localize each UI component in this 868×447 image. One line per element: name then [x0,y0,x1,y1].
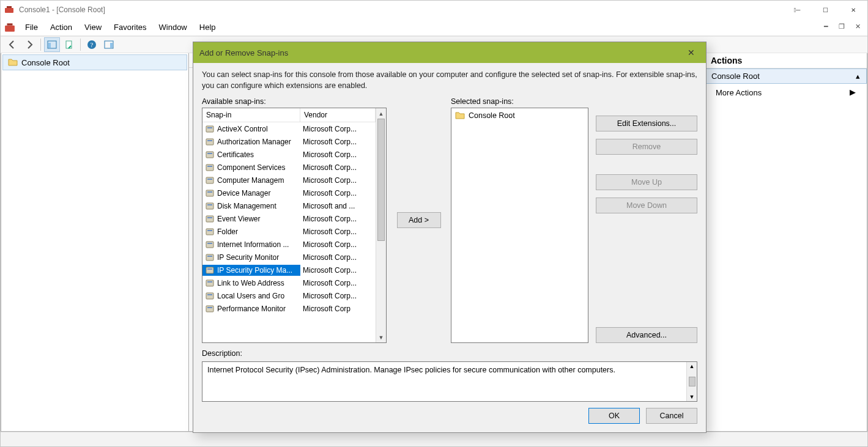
export-list-button[interactable] [61,37,77,52]
snapin-vendor: Microsoft and ... [300,201,376,211]
snapin-vendor: Microsoft Corp... [300,240,376,249]
scroll-thumb[interactable] [377,119,385,241]
snapin-name: IP Security Monitor [217,253,279,262]
available-snapin-row[interactable]: Link to Web AddressMicrosoft Corp... [202,276,376,289]
actions-section-header[interactable]: Console Root ▴ [705,68,867,84]
actions-more-link[interactable]: More Actions ▶ [705,84,867,101]
app-icon [4,5,14,15]
actions-section-label: Console Root [711,72,760,81]
available-snapin-row[interactable]: Computer ManagemMicrosoft Corp... [202,174,376,187]
window-title: Console1 - [Console Root] [19,6,783,14]
available-snapin-row[interactable]: IP Security Policy Ma...Microsoft Corp..… [202,264,376,276]
snapin-icon [205,137,215,147]
svg-rect-12 [207,127,212,128]
col-vendor-header[interactable]: Vendor [300,108,376,122]
mdi-minimize-button[interactable]: ━ [820,20,832,32]
svg-rect-34 [207,268,212,270]
maximize-button[interactable]: ☐ [811,1,839,19]
toolbox-icon [4,22,15,33]
snapin-vendor: Microsoft Corp... [300,265,376,275]
remove-button[interactable]: Remove [596,139,697,155]
scroll-down-icon[interactable]: ▼ [376,332,386,342]
svg-rect-39 [206,306,213,312]
tree-root-label: Console Root [21,58,70,67]
menubar: File Action View Favorites Window Help ━… [1,19,867,36]
close-button[interactable]: ✕ [839,1,867,19]
snapin-icon [205,201,215,211]
menu-help[interactable]: Help [193,20,222,34]
svg-rect-38 [207,294,212,295]
svg-rect-1 [7,6,12,8]
svg-rect-15 [206,152,213,158]
snapin-icon [205,150,215,160]
available-snapin-row[interactable]: CertificatesMicrosoft Corp... [202,148,376,161]
svg-rect-32 [207,256,212,257]
available-snapin-row[interactable]: Performance MonitorMicrosoft Corp [202,302,376,315]
available-snapin-row[interactable]: Event ViewerMicrosoft Corp... [202,212,376,225]
available-snapin-row[interactable]: Local Users and GroMicrosoft Corp... [202,289,376,302]
list-scrollbar[interactable]: ▲ ▼ [376,108,386,342]
add-remove-snapins-dialog: Add or Remove Snap-ins ✕ You can select … [193,42,707,433]
description-scrollbar[interactable]: ▲ ▼ [686,362,697,401]
minimize-button[interactable]: ─ [783,1,811,19]
menu-action[interactable]: Action [44,20,78,34]
nav-forward-button[interactable] [21,37,37,52]
snapin-icon [205,124,215,134]
svg-rect-25 [206,216,213,222]
snapin-icon [205,278,215,288]
nav-back-button[interactable] [4,37,20,52]
ok-button[interactable]: OK [588,408,640,424]
actions-panel: Actions Console Root ▴ More Actions ▶ [705,53,867,432]
svg-rect-24 [207,204,212,205]
svg-rect-23 [206,203,213,209]
edit-extensions-button[interactable]: Edit Extensions... [596,116,697,131]
cancel-button[interactable]: Cancel [646,408,697,424]
scroll-down-icon[interactable]: ▼ [689,394,695,400]
available-snapin-row[interactable]: Device ManagerMicrosoft Corp... [202,187,376,199]
scroll-thumb[interactable] [689,377,696,386]
available-label: Available snap-ins: [202,97,387,106]
scroll-up-icon[interactable]: ▲ [689,363,695,369]
move-down-button[interactable]: Move Down [596,198,697,213]
tree-root-item[interactable]: Console Root [2,54,187,70]
snapin-name: Folder [217,227,238,236]
selected-label: Selected snap-ins: [451,97,588,106]
snapin-vendor: Microsoft Corp... [300,188,376,198]
dialog-close-button[interactable]: ✕ [683,44,700,61]
menu-view[interactable]: View [78,20,108,34]
menu-window[interactable]: Window [153,20,193,34]
available-snapin-row[interactable]: Internet Information ...Microsoft Corp..… [202,238,376,251]
svg-rect-40 [207,307,212,308]
show-tree-button[interactable] [44,37,60,52]
available-snapin-row[interactable]: ActiveX ControlMicrosoft Corp... [202,122,376,135]
available-snapins-list[interactable]: Snap-in Vendor ActiveX ControlMicrosoft … [202,108,387,343]
dialog-titlebar[interactable]: Add or Remove Snap-ins ✕ [193,42,706,63]
help-button[interactable]: ? [84,37,100,52]
svg-rect-0 [5,8,13,13]
scroll-up-icon[interactable]: ▲ [376,108,386,119]
selected-snapins-list[interactable]: Console Root [451,108,588,343]
available-snapin-row[interactable]: Component ServicesMicrosoft Corp... [202,161,376,174]
mdi-close-button[interactable]: ✕ [851,20,864,32]
available-snapin-row[interactable]: Disk ManagementMicrosoft and ... [202,199,376,212]
snapin-name: Authorization Manager [217,138,291,146]
add-button[interactable]: Add > [397,212,441,228]
svg-rect-3 [7,23,13,25]
menu-file[interactable]: File [19,20,44,34]
move-up-button[interactable]: Move Up [596,174,697,190]
svg-rect-28 [207,230,212,231]
available-snapin-row[interactable]: IP Security MonitorMicrosoft Corp... [202,251,376,264]
available-snapin-row[interactable]: Authorization ManagerMicrosoft Corp... [202,135,376,148]
svg-rect-22 [207,191,212,193]
snapin-vendor: Microsoft Corp... [300,175,376,185]
folder-icon [8,57,18,67]
snapin-vendor: Microsoft Corp... [300,291,376,301]
selected-root-item[interactable]: Console Root [453,109,587,122]
available-snapin-row[interactable]: FolderMicrosoft Corp... [202,225,376,238]
mdi-restore-button[interactable]: ❐ [836,20,848,32]
col-snapin-header[interactable]: Snap-in [202,108,300,122]
show-actions-button[interactable] [101,37,117,52]
advanced-button[interactable]: Advanced... [596,327,697,343]
snapin-icon [205,265,215,275]
menu-favorites[interactable]: Favorites [108,20,152,34]
